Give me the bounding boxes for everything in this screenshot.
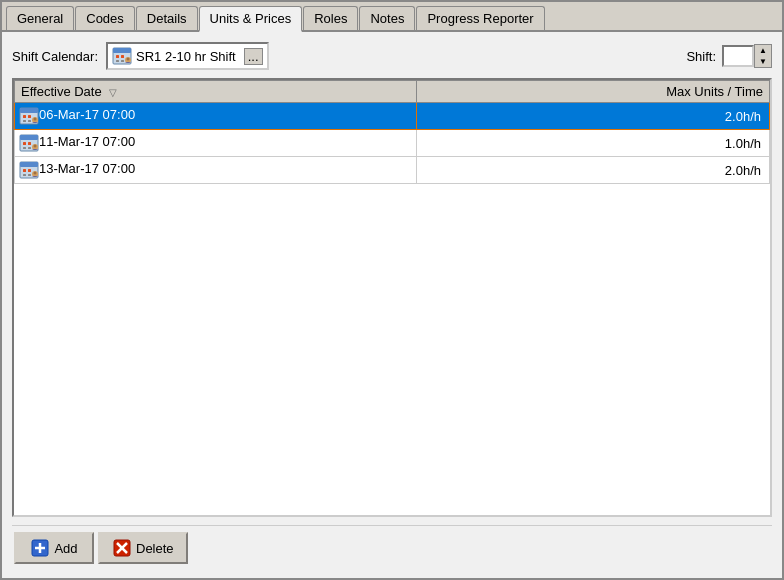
svg-rect-27 (28, 169, 31, 172)
svg-rect-10 (23, 115, 26, 118)
svg-rect-1 (113, 48, 131, 53)
sort-icon: ▽ (109, 87, 117, 98)
svg-rect-25 (20, 162, 38, 167)
table-body: 06-Mar-17 07:002.0h/h 11-Mar-17 07:001.0… (15, 103, 770, 184)
shift-label: Shift: (686, 49, 716, 64)
add-button[interactable]: Add (14, 532, 94, 564)
table-row[interactable]: 13-Mar-17 07:002.0h/h (15, 157, 770, 184)
svg-rect-19 (28, 142, 31, 145)
svg-rect-17 (20, 135, 38, 140)
svg-rect-9 (20, 108, 38, 113)
tab-bar: General Codes Details Units & Prices Rol… (2, 2, 782, 32)
tab-units-prices[interactable]: Units & Prices (199, 6, 303, 32)
svg-rect-28 (23, 174, 26, 176)
button-bar: Add Delete (12, 525, 772, 568)
svg-rect-29 (28, 174, 31, 176)
svg-point-23 (34, 145, 37, 148)
table-row[interactable]: 11-Mar-17 07:001.0h/h (15, 130, 770, 157)
delete-button[interactable]: Delete (98, 532, 188, 564)
spinner-down-button[interactable]: ▼ (755, 56, 771, 67)
shift-calendar-field[interactable]: SR1 2-10 hr Shift ... (106, 42, 269, 70)
shift-calendar-browse-button[interactable]: ... (244, 48, 263, 65)
tab-progress-reporter[interactable]: Progress Reporter (416, 6, 544, 30)
table-header-row: Effective Date ▽ Max Units / Time (15, 81, 770, 103)
shift-calendar-row: Shift Calendar: (12, 42, 772, 70)
svg-rect-13 (28, 120, 31, 122)
data-table: Effective Date ▽ Max Units / Time (14, 80, 770, 184)
effective-date-value: 06-Mar-17 07:00 (39, 107, 135, 122)
main-window: General Codes Details Units & Prices Rol… (0, 0, 784, 580)
svg-rect-12 (23, 120, 26, 122)
tab-content: Shift Calendar: (2, 32, 782, 578)
shift-right-area: Shift: 2 ▲ ▼ (686, 44, 772, 68)
cell-max-units: 2.0h/h (417, 103, 770, 130)
cell-max-units: 1.0h/h (417, 130, 770, 157)
svg-rect-5 (121, 60, 124, 62)
svg-point-7 (127, 58, 130, 61)
svg-rect-2 (116, 55, 119, 58)
svg-rect-18 (23, 142, 26, 145)
calendar-icon (112, 46, 132, 66)
tab-roles[interactable]: Roles (303, 6, 358, 30)
col-effective-date[interactable]: Effective Date ▽ (15, 81, 417, 103)
svg-rect-21 (28, 147, 31, 149)
tab-notes[interactable]: Notes (359, 6, 415, 30)
row-resource-icon (19, 106, 39, 126)
row-resource-icon (19, 160, 39, 180)
add-label: Add (54, 541, 77, 556)
svg-rect-3 (121, 55, 124, 58)
cell-max-units: 2.0h/h (417, 157, 770, 184)
effective-date-value: 13-Mar-17 07:00 (39, 161, 135, 176)
svg-point-31 (34, 172, 37, 175)
shift-input[interactable]: 2 (722, 45, 754, 67)
table-row[interactable]: 06-Mar-17 07:002.0h/h (15, 103, 770, 130)
svg-rect-4 (116, 60, 119, 62)
shift-calendar-label: Shift Calendar: (12, 49, 98, 64)
data-table-container: Effective Date ▽ Max Units / Time (12, 78, 772, 517)
svg-rect-26 (23, 169, 26, 172)
svg-rect-11 (28, 115, 31, 118)
col-max-units[interactable]: Max Units / Time (417, 81, 770, 103)
shift-calendar-value: SR1 2-10 hr Shift (136, 49, 236, 64)
tab-general[interactable]: General (6, 6, 74, 30)
tab-codes[interactable]: Codes (75, 6, 135, 30)
tab-details[interactable]: Details (136, 6, 198, 30)
cell-effective-date: 11-Mar-17 07:00 (15, 130, 417, 157)
row-resource-icon (19, 133, 39, 153)
svg-point-15 (34, 118, 37, 121)
add-icon (30, 538, 50, 558)
shift-spinner: 2 ▲ ▼ (722, 44, 772, 68)
spinner-buttons: ▲ ▼ (754, 44, 772, 68)
spinner-up-button[interactable]: ▲ (755, 45, 771, 56)
delete-icon (112, 538, 132, 558)
svg-rect-20 (23, 147, 26, 149)
cell-effective-date: 13-Mar-17 07:00 (15, 157, 417, 184)
cell-effective-date: 06-Mar-17 07:00 (15, 103, 417, 130)
delete-label: Delete (136, 541, 174, 556)
effective-date-value: 11-Mar-17 07:00 (39, 134, 135, 149)
